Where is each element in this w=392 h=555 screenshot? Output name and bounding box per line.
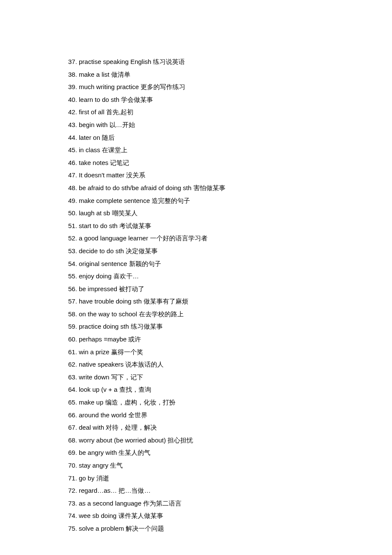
list-item: 51. start to do sth 考试做某事	[68, 220, 324, 232]
list-item: 43. begin with 以…开始	[68, 119, 324, 131]
list-item: 68. worry about (be worried about) 担心担忧	[68, 434, 324, 447]
list-item: 53. decide to do sth 决定做某事	[68, 245, 324, 257]
list-item: 62. native speakers 说本族话的人	[68, 358, 324, 371]
list-item: 37. practise speaking English 练习说英语	[68, 55, 324, 68]
list-item: 60. perhaps =maybe 或许	[68, 333, 324, 346]
list-item: 65. make up 编造，虚构，化妆，打扮	[68, 396, 324, 409]
list-item: 52. a good language learner 一个好的语言学习者	[68, 232, 324, 245]
list-item: 66. around the world 全世界	[68, 409, 324, 422]
list-item: 49. make complete sentence 造完整的句子	[68, 194, 324, 207]
list-item: 58. on the way to school 在去学校的路上	[68, 308, 324, 321]
list-item: 57. have trouble doing sth 做某事有了麻烦	[68, 295, 324, 308]
list-item: 39. much writing practice 更多的写作练习	[68, 81, 324, 93]
list-item: 61. win a prize 赢得一个奖	[68, 346, 324, 358]
list-item: 40. learn to do sth 学会做某事	[68, 93, 324, 106]
list-item: 63. write down 写下，记下	[68, 371, 324, 384]
phrase-list: 37. practise speaking English 练习说英语38. m…	[68, 55, 324, 535]
list-item: 47. It doesn't matter 没关系	[68, 169, 324, 182]
list-item: 45. in class 在课堂上	[68, 144, 324, 156]
list-item: 44. later on 随后	[68, 131, 324, 144]
list-item: 73. as a second language 作为第二语言	[68, 497, 324, 510]
list-item: 50. laugh at sb 嘲笑某人	[68, 207, 324, 220]
list-item: 75. solve a problem 解决一个问题	[68, 522, 324, 535]
list-item: 56. be impressed 被打动了	[68, 283, 324, 295]
list-item: 59. practice doing sth 练习做某事	[68, 320, 324, 333]
document-page: 37. practise speaking English 练习说英语38. m…	[0, 0, 392, 555]
list-item: 67. deal with 对待，处理，解决	[68, 421, 324, 434]
list-item: 64. look up (v + a 查找，查询	[68, 383, 324, 396]
list-item: 74. wee sb doing 课件某人做某事	[68, 509, 324, 522]
list-item: 46. take notes 记笔记	[68, 156, 324, 169]
list-item: 38. make a list 做清单	[68, 68, 324, 81]
list-item: 69. be angry with 生某人的气	[68, 446, 324, 459]
list-item: 48. be afraid to do sth/be afraid of doi…	[68, 182, 324, 194]
list-item: 72. regard…as… 把…当做…	[68, 484, 324, 497]
list-item: 70. stay angry 生气	[68, 459, 324, 472]
list-item: 55. enjoy doing 喜欢干…	[68, 270, 324, 283]
list-item: 71. go by 消逝	[68, 472, 324, 485]
list-item: 54. original sentence 新颖的句子	[68, 257, 324, 270]
list-item: 42. first of all 首先,起初	[68, 106, 324, 119]
